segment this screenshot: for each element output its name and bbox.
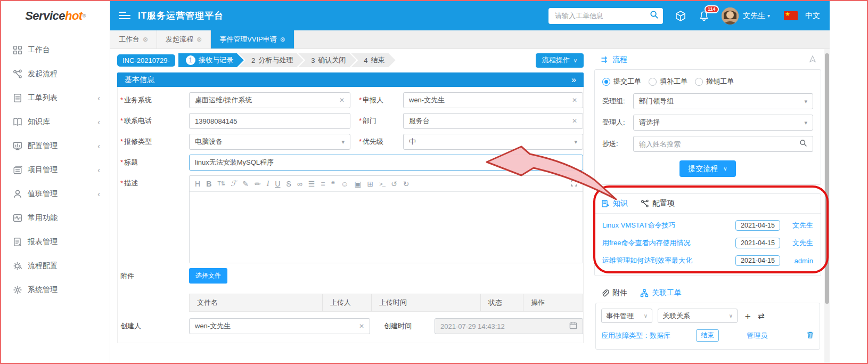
pencil-icon[interactable]: ✎ bbox=[242, 180, 249, 188]
tab-attachment[interactable]: 附件 bbox=[594, 284, 634, 303]
reporter-field[interactable]: wen-文先生 ✕ bbox=[403, 92, 583, 108]
send-plane-icon[interactable] bbox=[808, 55, 817, 65]
fullscreen-icon[interactable] bbox=[571, 180, 577, 188]
description-input[interactable] bbox=[190, 192, 583, 263]
clear-icon[interactable]: ✕ bbox=[339, 96, 345, 104]
knowledge-link[interactable]: Linux VMSTAT命令技巧 bbox=[602, 221, 735, 230]
avatar[interactable] bbox=[722, 7, 739, 25]
brush-icon[interactable]: ✏ bbox=[255, 180, 261, 188]
sidebar-item-project-mgmt[interactable]: 项目管理 ‹ bbox=[1, 158, 110, 182]
table-icon[interactable]: ⊞ bbox=[367, 180, 374, 188]
phone-field[interactable]: 13908084145 bbox=[189, 113, 350, 129]
related-ticket-link[interactable]: 应用故障类型：数据库 bbox=[601, 331, 696, 341]
bold-icon[interactable]: B bbox=[206, 180, 211, 188]
scrollbar-thumb[interactable] bbox=[825, 53, 829, 304]
chevron-down-icon[interactable]: ▾ bbox=[804, 119, 807, 126]
undo-icon[interactable]: ↺ bbox=[391, 180, 397, 188]
creator-field[interactable]: wen-文先生 ✕ bbox=[189, 318, 370, 334]
align-icon[interactable]: ≡ bbox=[321, 180, 325, 188]
user-dropdown-caret-icon[interactable]: ▾ bbox=[767, 13, 770, 19]
font-icon[interactable]: ℱ bbox=[231, 179, 236, 188]
handle-group-select[interactable]: 部门领导组 ▾ bbox=[633, 93, 813, 109]
collapse-menu-icon[interactable] bbox=[119, 12, 130, 20]
radio-cancel-ticket[interactable]: 撤销工单 bbox=[695, 77, 734, 86]
sidebar-item-report-mgmt[interactable]: 报表管理 bbox=[1, 230, 110, 254]
sidebar-item-process-config[interactable]: 流程配置 bbox=[1, 254, 110, 278]
package-cube-icon[interactable] bbox=[675, 10, 686, 22]
sidebar-item-knowledge-base[interactable]: 知识库 ‹ bbox=[1, 110, 110, 134]
link-icon[interactable]: ∞ bbox=[297, 180, 302, 188]
sidebar-item-system-mgmt[interactable]: 系统管理 bbox=[1, 278, 110, 302]
text-size-icon[interactable]: T⇅ bbox=[217, 180, 225, 187]
tab-knowledge[interactable]: 知识 bbox=[595, 194, 634, 213]
tab-incident-vvip[interactable]: 事件管理VVIP申请⊗ bbox=[211, 30, 294, 48]
notification-bell[interactable]: 114 bbox=[698, 10, 710, 22]
emoji-icon[interactable]: ☺ bbox=[341, 180, 348, 188]
search-input[interactable] bbox=[555, 12, 650, 20]
knowledge-date: 2021-04-15 bbox=[735, 255, 780, 266]
knowledge-link[interactable]: 运维管理如何达到效率最大化 bbox=[602, 256, 735, 265]
choose-file-button[interactable]: 选择文件 bbox=[189, 268, 227, 284]
strikethrough-icon[interactable]: S bbox=[286, 180, 291, 188]
submit-flow-button[interactable]: 提交流程∨ bbox=[679, 160, 735, 177]
repair-type-select[interactable]: 电脑设备 ▾ bbox=[189, 134, 350, 150]
image-icon[interactable]: ▣ bbox=[354, 180, 361, 188]
chevron-down-icon[interactable]: ▾ bbox=[804, 98, 807, 105]
cc-search-field[interactable] bbox=[633, 136, 813, 152]
sidebar-item-common-functions[interactable]: 常用功能 bbox=[1, 206, 110, 230]
add-relation-icon[interactable]: ＋ bbox=[743, 311, 752, 321]
clear-icon[interactable]: ✕ bbox=[572, 96, 577, 104]
tab-workbench[interactable]: 工作台⊗ bbox=[110, 30, 157, 48]
shuffle-icon[interactable]: ⇄ bbox=[758, 311, 765, 321]
code-icon[interactable]: >_ bbox=[379, 181, 385, 187]
step-finish: 4 结束 bbox=[351, 53, 395, 67]
tab-flow[interactable]: 流程 bbox=[594, 50, 634, 69]
search-icon[interactable] bbox=[650, 10, 659, 21]
search-icon[interactable] bbox=[799, 139, 807, 149]
description-editor[interactable]: H B T⇅ ℱ ✎ ✏ I U S ∞ ☰ ≡ bbox=[189, 175, 583, 263]
clear-icon[interactable]: ✕ bbox=[359, 322, 364, 330]
redo-icon[interactable]: ↻ bbox=[403, 180, 410, 188]
sidebar-item-start-process[interactable]: 发起流程 bbox=[1, 62, 110, 86]
underline-icon[interactable]: U bbox=[275, 180, 280, 188]
title-field[interactable]: linux无法安装MySQL程序 bbox=[189, 155, 583, 171]
italic-icon[interactable]: I bbox=[267, 180, 269, 188]
tab-config-item[interactable]: 配置项 bbox=[634, 194, 681, 213]
handler-select[interactable]: 请选择 ▾ bbox=[633, 115, 813, 131]
radio-submit-ticket[interactable]: 提交工单 bbox=[602, 77, 641, 86]
cc-search-input[interactable] bbox=[639, 140, 799, 148]
priority-select[interactable]: 中 ▾ bbox=[403, 134, 583, 150]
language-switch[interactable]: 中文 bbox=[805, 11, 820, 21]
chevron-down-icon[interactable]: ▾ bbox=[574, 139, 577, 145]
collapse-section-icon[interactable]: » bbox=[571, 75, 576, 85]
related-type-select[interactable]: 事件管理 ∨ bbox=[601, 309, 652, 323]
close-icon[interactable]: ⊗ bbox=[280, 36, 285, 43]
flow-action-button[interactable]: 流程操作∨ bbox=[536, 53, 584, 68]
sidebar-item-config-mgmt[interactable]: 配置管理 ‹ bbox=[1, 134, 110, 158]
relation-select[interactable]: 关联关系 ∨ bbox=[658, 309, 738, 323]
field-value: wen-文先生 bbox=[409, 95, 445, 105]
chevron-down-icon[interactable]: ▾ bbox=[341, 139, 345, 145]
clear-icon[interactable]: ✕ bbox=[572, 117, 577, 125]
heading-icon[interactable]: H bbox=[195, 180, 200, 188]
field-value: linux无法安装MySQL程序 bbox=[195, 158, 274, 167]
list-icon[interactable]: ☰ bbox=[308, 180, 315, 188]
close-icon[interactable]: ⊗ bbox=[143, 36, 148, 43]
trash-icon[interactable] bbox=[806, 331, 814, 341]
step-number: 3 bbox=[311, 56, 315, 64]
ticket-search[interactable] bbox=[548, 8, 663, 24]
department-field[interactable]: 服务台 ✕ bbox=[403, 113, 583, 129]
user-name[interactable]: 文先生 bbox=[743, 11, 765, 21]
close-icon[interactable]: ⊗ bbox=[196, 36, 202, 43]
radio-fill-ticket[interactable]: 填补工单 bbox=[649, 77, 687, 86]
tab-related-tickets[interactable]: 关联工单 bbox=[634, 284, 688, 303]
business-system-field[interactable]: 桌面运维/操作系统 ✕ bbox=[189, 92, 350, 108]
scrollbar[interactable] bbox=[824, 49, 830, 364]
tab-start-process[interactable]: 发起流程⊗ bbox=[157, 30, 211, 48]
sidebar-item-ticket-list[interactable]: 工单列表 ‹ bbox=[1, 86, 110, 110]
config-nodes-icon bbox=[641, 199, 649, 208]
sidebar-item-workbench[interactable]: 工作台 bbox=[1, 38, 110, 62]
knowledge-link[interactable]: 用free命令查看内存使用情况 bbox=[602, 238, 735, 248]
sidebar-item-duty-mgmt[interactable]: 值班管理 ‹ bbox=[1, 182, 110, 206]
quote-icon[interactable]: ❝ bbox=[331, 180, 335, 188]
